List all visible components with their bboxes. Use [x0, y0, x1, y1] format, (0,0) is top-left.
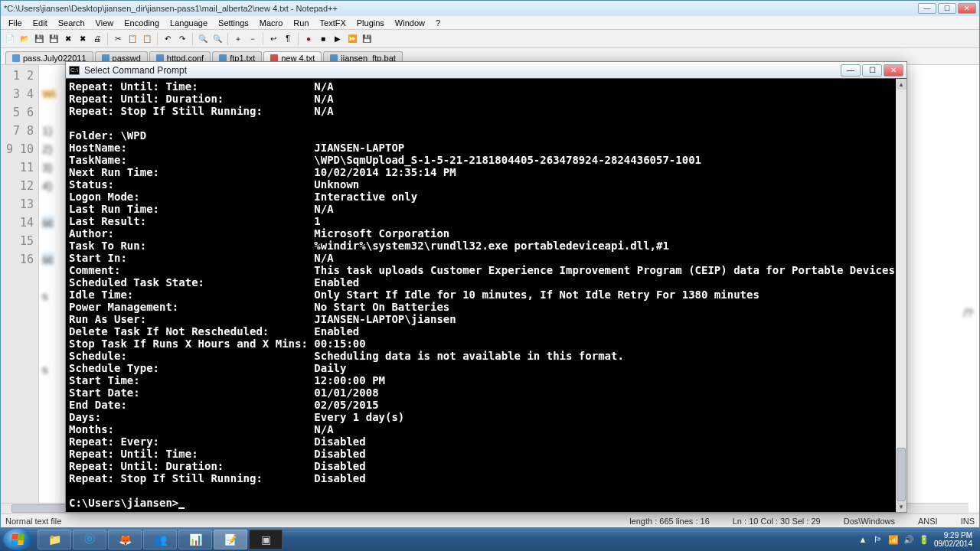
copy-icon[interactable]: 📋 — [126, 33, 139, 45]
scroll-up-icon[interactable]: ▲ — [896, 79, 906, 90]
file-icon — [12, 54, 20, 62]
show-chars-icon[interactable]: ¶ — [282, 33, 294, 45]
save-macro-icon[interactable]: 💾 — [361, 33, 373, 45]
editor-line: s — [42, 289, 48, 302]
npp-title: *C:\Users\jiansen\Desktop\jiansen_dir\ji… — [4, 4, 918, 13]
taskbar-firefox-icon[interactable]: 🦊 — [108, 530, 142, 549]
editor-line: 3) — [42, 161, 52, 174]
menu-view[interactable]: View — [91, 18, 119, 28]
close-button[interactable]: ✕ — [958, 3, 976, 14]
toolbar-separator — [263, 33, 263, 45]
replace-icon[interactable]: 🔍 — [211, 33, 224, 45]
toolbar-separator — [157, 33, 158, 45]
status-encoding: ANSI — [918, 517, 938, 526]
close-file-icon[interactable]: ✖ — [62, 33, 74, 45]
status-filetype: Normal text file — [5, 517, 61, 526]
editor-line: Wi — [42, 87, 56, 100]
menu-settings[interactable]: Settings — [214, 18, 253, 28]
cmd-titlebar[interactable]: C:\ Select Command Prompt — ☐ ✕ — [66, 62, 906, 79]
close-all-icon[interactable]: ✖ — [77, 33, 89, 45]
status-length: length : 665 lines : 16 — [629, 517, 710, 526]
editor-line: s — [42, 363, 48, 376]
editor-line: sc — [42, 253, 54, 266]
play-macro-icon[interactable]: ▶ — [332, 33, 344, 45]
editor-line: 4) — [42, 179, 52, 192]
scrollbar-thumb[interactable] — [897, 448, 906, 501]
toolbar-separator — [227, 33, 228, 45]
taskbar-app-icon[interactable]: 📊 — [178, 530, 212, 549]
zoom-in-icon[interactable]: ＋ — [232, 33, 244, 45]
cmd-output[interactable]: Repeat: Until: Time: N/A Repeat: Until: … — [66, 79, 896, 512]
new-file-icon[interactable]: 📄 — [4, 33, 16, 45]
vertical-scrollbar[interactable]: ▲ ▼ — [896, 79, 906, 512]
menu-run[interactable]: Run — [289, 18, 313, 28]
open-file-icon[interactable]: 📂 — [18, 33, 31, 45]
npp-toolbar: 📄 📂 💾 💾 ✖ ✖ 🖨 ✂ 📋 📋 ↶ ↷ 🔍 🔍 ＋ － ↩ ¶ ● ■ … — [1, 30, 979, 48]
toolbar-separator — [192, 33, 193, 45]
save-all-icon[interactable]: 💾 — [47, 33, 60, 45]
taskbar-app-icon[interactable]: 👥 — [143, 530, 177, 549]
menu-help[interactable]: ? — [431, 18, 445, 28]
maximize-button[interactable]: ☐ — [862, 64, 882, 77]
record-macro-icon[interactable]: ● — [302, 33, 315, 45]
scroll-down-icon[interactable]: ▼ — [896, 501, 906, 512]
windows-taskbar: 📁 ⓔ 🦊 👥 📊 📝 ▣ ▲ 🏳 📶 🔊 🔋 9:29 PM 09/02/20… — [0, 528, 980, 551]
clock-time: 9:29 PM — [934, 531, 972, 540]
line-number-gutter: 1 2 3 4 5 6 7 8 9 10 11 12 13 14 15 16 — [1, 65, 39, 512]
minimize-button[interactable]: — — [841, 64, 861, 77]
menu-plugins[interactable]: Plugins — [352, 18, 389, 28]
status-insert-mode: INS — [961, 517, 975, 526]
menu-window[interactable]: Window — [390, 18, 430, 28]
taskbar-ie-icon[interactable]: ⓔ — [73, 530, 106, 549]
cmd-title: Select Command Prompt — [84, 65, 841, 76]
windows-logo-icon — [11, 534, 24, 545]
menu-textfx[interactable]: TextFX — [315, 18, 351, 28]
npp-statusbar: Normal text file length : 665 lines : 16… — [1, 514, 979, 527]
taskbar-explorer-icon[interactable]: 📁 — [38, 530, 71, 549]
editor-line: /? — [963, 304, 973, 322]
taskbar-cmd-icon[interactable]: ▣ — [249, 530, 283, 549]
menu-file[interactable]: File — [4, 18, 27, 28]
tray-network-icon[interactable]: 📶 — [888, 534, 899, 545]
menu-encoding[interactable]: Encoding — [119, 18, 164, 28]
zoom-out-icon[interactable]: － — [247, 33, 259, 45]
redo-icon[interactable]: ↷ — [176, 33, 188, 45]
undo-icon[interactable]: ↶ — [162, 33, 174, 45]
find-icon[interactable]: 🔍 — [197, 33, 209, 45]
toolbar-separator — [107, 33, 108, 45]
cmd-icon: C:\ — [69, 66, 80, 75]
wrap-icon[interactable]: ↩ — [267, 33, 279, 45]
status-position: Ln : 10 Col : 30 Sel : 29 — [733, 517, 821, 526]
editor-line: 2) — [42, 142, 52, 155]
tray-flag-icon[interactable]: 🏳 — [873, 534, 884, 545]
toolbar-separator — [298, 33, 299, 45]
cmd-cursor — [178, 507, 185, 509]
menu-search[interactable]: Search — [54, 18, 90, 28]
editor-line: sc — [42, 216, 54, 229]
tray-volume-icon[interactable]: 🔊 — [903, 534, 914, 545]
stop-macro-icon[interactable]: ■ — [317, 33, 329, 45]
close-button[interactable]: ✕ — [884, 64, 903, 77]
npp-menubar: File Edit Search View Encoding Language … — [1, 16, 979, 30]
menu-edit[interactable]: Edit — [28, 18, 52, 28]
clock-date: 09/02/2014 — [934, 540, 972, 548]
menu-macro[interactable]: Macro — [255, 18, 288, 28]
maximize-button[interactable]: ☐ — [938, 3, 956, 14]
play-multi-icon[interactable]: ⏩ — [346, 33, 358, 45]
editor-line: 1) — [42, 124, 52, 137]
tray-up-icon[interactable]: ▲ — [858, 534, 868, 545]
status-eol: Dos\Windows — [844, 517, 895, 526]
start-button[interactable] — [3, 529, 32, 550]
menu-language[interactable]: Language — [165, 18, 212, 28]
minimize-button[interactable]: — — [918, 3, 936, 14]
tray-battery-icon[interactable]: 🔋 — [919, 534, 929, 545]
cut-icon[interactable]: ✂ — [112, 33, 124, 45]
command-prompt-window: C:\ Select Command Prompt — ☐ ✕ Repeat: … — [65, 61, 907, 513]
print-icon[interactable]: 🖨 — [91, 33, 103, 45]
taskbar-clock[interactable]: 9:29 PM 09/02/2014 — [934, 531, 972, 548]
save-icon[interactable]: 💾 — [33, 33, 45, 45]
system-tray: ▲ 🏳 📶 🔊 🔋 9:29 PM 09/02/2014 — [858, 531, 977, 548]
npp-titlebar[interactable]: *C:\Users\jiansen\Desktop\jiansen_dir\ji… — [1, 1, 979, 16]
taskbar-notepadpp-icon[interactable]: 📝 — [214, 530, 247, 549]
paste-icon[interactable]: 📋 — [141, 33, 153, 45]
